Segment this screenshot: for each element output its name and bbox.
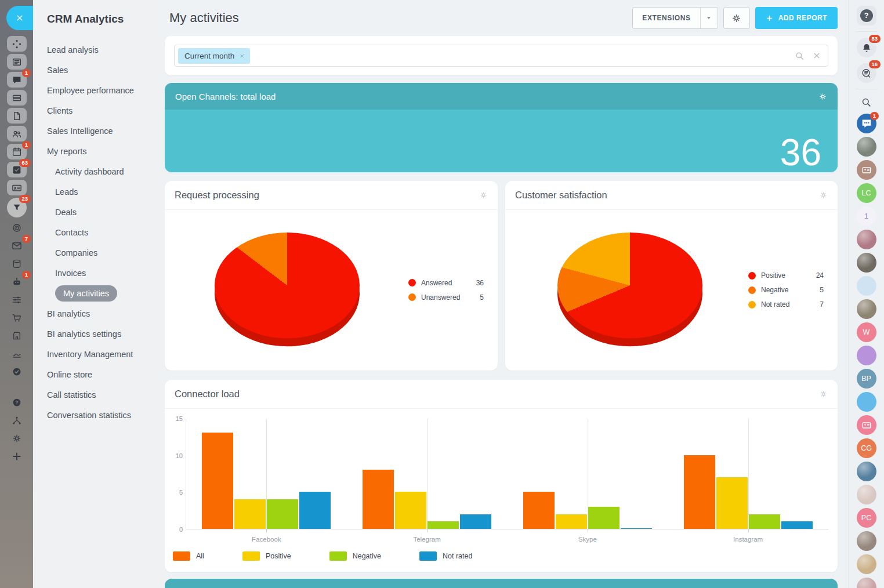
x-axis-label: Facebook — [186, 536, 347, 543]
storage-button[interactable] — [7, 256, 27, 271]
chat-avatar[interactable] — [857, 554, 876, 574]
chat-avatar[interactable] — [857, 230, 876, 249]
chat-avatar[interactable] — [857, 485, 876, 504]
sidebar-item-my-reports[interactable]: My reports — [33, 141, 164, 161]
tasks-button[interactable]: 63 — [7, 162, 27, 177]
settings-button[interactable] — [723, 7, 750, 29]
group-chat-avatar[interactable]: 1 — [857, 114, 876, 133]
chat-avatar[interactable] — [857, 578, 876, 588]
chat-avatar[interactable] — [857, 346, 876, 365]
sidebar-item-lead-analysis[interactable]: Lead analysis — [33, 39, 164, 60]
documents-button[interactable] — [7, 108, 27, 124]
sidebar-item-inventory-management[interactable]: Inventory Management — [33, 344, 164, 364]
sidebar-item-online-store[interactable]: Online store — [33, 364, 164, 384]
open-channels-widget: Open Channels: total load 36 — [165, 83, 838, 172]
extensions-button[interactable]: EXTENSIONS — [632, 7, 718, 29]
messenger-button[interactable]: 1 — [7, 72, 27, 88]
sidebar-item-contacts[interactable]: Contacts — [33, 222, 164, 242]
pulse-button[interactable] — [7, 36, 27, 52]
mail-button[interactable]: 7 — [7, 238, 27, 253]
chat-avatar[interactable] — [857, 137, 876, 157]
chat-avatar[interactable]: PC — [857, 508, 876, 528]
help-button[interactable]: ? — [7, 394, 27, 410]
chat-avatar[interactable] — [857, 462, 876, 481]
main-area: My activities EXTENSIONS ADD REPORT — [164, 0, 848, 588]
extensions-dropdown-button[interactable] — [700, 8, 718, 28]
sidebar-item-clients[interactable]: Clients — [33, 100, 164, 121]
target-button[interactable] — [7, 220, 27, 235]
sidebar-item-companies[interactable]: Companies — [33, 242, 164, 263]
contact-center-button[interactable] — [7, 180, 27, 195]
employees-button[interactable] — [7, 126, 27, 141]
network-button[interactable] — [7, 412, 27, 428]
right-rail: ? 83 16 1LC1WBPCGPC — [848, 0, 884, 588]
chat-avatar[interactable]: CG — [857, 438, 876, 458]
planner-button[interactable]: 16 — [857, 63, 876, 83]
sidebar-item-sales-intelligence[interactable]: Sales Intelligence — [33, 121, 164, 141]
calendar-button[interactable]: 1 — [7, 144, 27, 159]
legend-swatch — [329, 551, 347, 561]
clear-filter-icon[interactable] — [813, 52, 821, 60]
sign-button[interactable] — [7, 346, 27, 361]
sidebar-item-invoices[interactable]: Invoices — [33, 263, 164, 283]
chat-avatar[interactable] — [857, 160, 876, 180]
rail-icon-list: 11632371? — [0, 36, 33, 466]
plus-button[interactable] — [7, 448, 27, 464]
sidebar-item-deals[interactable]: Deals — [33, 202, 164, 222]
filter-tag[interactable]: Current month — [178, 48, 250, 64]
gear-icon[interactable] — [819, 390, 828, 398]
sidebar-item-employee-performance[interactable]: Employee performance — [33, 80, 164, 100]
crm-button[interactable]: 23 — [7, 198, 27, 217]
legend-value: 5 — [480, 293, 484, 302]
sidebar-item-sales[interactable]: Sales — [33, 60, 164, 80]
search-icon[interactable] — [795, 51, 805, 61]
sidebar: CRM Analytics Lead analysisSalesEmployee… — [33, 0, 164, 588]
total-load-value: 36 — [780, 133, 821, 172]
chat-avatar[interactable]: W — [857, 322, 876, 342]
svg-text:?: ? — [15, 400, 18, 405]
gear-icon[interactable] — [479, 191, 488, 199]
chat-avatar[interactable] — [857, 392, 876, 412]
sidebar-item-conversation-statistics[interactable]: Conversation statistics — [33, 405, 164, 425]
drive-button[interactable] — [7, 90, 27, 106]
add-report-button[interactable]: ADD REPORT — [755, 7, 838, 29]
search-icon[interactable] — [861, 97, 872, 108]
close-menu-button[interactable] — [6, 6, 33, 30]
remove-tag-icon[interactable] — [240, 53, 245, 59]
sidebar-item-my-activities[interactable]: My activities — [33, 283, 164, 303]
notifications-button[interactable]: 83 — [857, 38, 876, 57]
sidebar-item-bi-analytics[interactable]: BI analytics — [33, 303, 164, 324]
sidebar-item-label: Online store — [47, 370, 92, 379]
chat-avatar[interactable] — [857, 415, 876, 435]
gear-icon[interactable] — [819, 191, 828, 199]
sidebar-item-bi-analytics-settings[interactable]: BI analytics settings — [33, 324, 164, 344]
page-title: My activities — [169, 10, 239, 26]
chat-avatar[interactable] — [857, 276, 876, 296]
check-button[interactable] — [7, 364, 27, 379]
notifications-badge: 83 — [869, 35, 881, 43]
chat-avatar[interactable] — [857, 253, 876, 273]
chat-avatar[interactable] — [857, 531, 876, 551]
help-button[interactable]: ? — [857, 6, 876, 26]
gear-icon[interactable] — [818, 92, 827, 101]
help-icon: ? — [12, 397, 22, 408]
store-button[interactable] — [7, 328, 27, 343]
chat-avatar[interactable]: 1 — [857, 206, 876, 226]
settings-button[interactable] — [7, 430, 27, 446]
sidebar-item-activity-dashboard[interactable]: Activity dashboard — [33, 161, 164, 182]
chat-avatar[interactable] — [857, 299, 876, 319]
chat-avatar[interactable]: LC — [857, 183, 876, 203]
automation-button[interactable] — [7, 292, 27, 307]
filter-input[interactable]: Current month — [174, 45, 828, 67]
sidebar-item-leads[interactable]: Leads — [33, 182, 164, 202]
cart-button[interactable] — [7, 310, 27, 325]
legend-label: Not rated — [443, 552, 472, 560]
robot-button[interactable]: 1 — [7, 274, 27, 289]
bar-facebook-not-rated — [299, 492, 331, 529]
legend-value: 24 — [816, 271, 824, 280]
bar-facebook-all — [202, 433, 233, 529]
sidebar-item-call-statistics[interactable]: Call statistics — [33, 384, 164, 405]
avatar-label: BP — [861, 375, 871, 383]
chat-avatar[interactable]: BP — [857, 369, 876, 389]
news-button[interactable] — [7, 54, 27, 70]
